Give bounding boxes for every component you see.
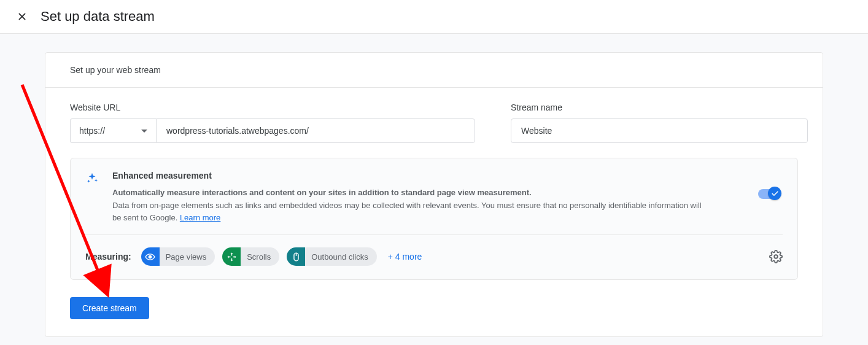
protocol-value: https://	[79, 126, 105, 136]
svg-point-5	[774, 255, 778, 258]
svg-point-2	[149, 255, 152, 258]
enhanced-toggle[interactable]	[758, 189, 780, 199]
toggle-wrap	[758, 171, 783, 223]
chip-scrolls: Scrolls	[222, 247, 279, 266]
form-row: Website URL https:// Stream name	[70, 103, 798, 143]
url-combo: https://	[70, 118, 475, 143]
chip-scrolls-label: Scrolls	[241, 247, 279, 266]
website-url-group: Website URL https://	[70, 103, 475, 143]
close-icon[interactable]	[15, 9, 29, 24]
create-stream-button[interactable]: Create stream	[70, 297, 149, 319]
chip-outbound: Outbound clicks	[287, 247, 377, 266]
stream-name-group: Stream name	[511, 103, 808, 143]
website-url-input[interactable]	[156, 118, 475, 143]
check-icon	[768, 187, 781, 200]
page-surface: Set up your web stream Website URL https…	[0, 34, 868, 345]
setup-card: Set up your web stream Website URL https…	[45, 52, 823, 337]
scroll-icon	[222, 247, 241, 266]
chevron-down-icon	[141, 130, 147, 133]
enhanced-bold-line: Automatically measure interactions and c…	[112, 188, 709, 197]
more-measurements-link[interactable]: + 4 more	[388, 252, 422, 262]
enhanced-top: Enhanced measurement Automatically measu…	[85, 171, 783, 235]
stream-name-label: Stream name	[511, 103, 808, 112]
chip-page-views-label: Page views	[160, 247, 215, 266]
protocol-select[interactable]: https://	[70, 118, 156, 143]
card-section-title: Set up your web stream	[45, 53, 823, 88]
learn-more-link[interactable]: Learn more	[180, 213, 220, 222]
enhanced-text: Enhanced measurement Automatically measu…	[112, 171, 746, 223]
measuring-label: Measuring:	[85, 252, 131, 262]
top-bar: Set up data stream	[0, 0, 868, 34]
gear-icon[interactable]	[769, 250, 783, 263]
website-url-label: Website URL	[70, 103, 475, 112]
card-body: Website URL https:// Stream name	[45, 88, 823, 336]
page-title: Set up data stream	[41, 9, 155, 25]
sparkle-icon	[85, 171, 100, 223]
measuring-row: Measuring: Page views Scrolls	[85, 235, 783, 266]
mouse-icon	[287, 247, 305, 266]
chip-outbound-label: Outbound clicks	[305, 247, 377, 266]
stream-name-input[interactable]	[511, 118, 808, 143]
eye-icon	[141, 247, 160, 266]
enhanced-measurement-panel: Enhanced measurement Automatically measu…	[70, 158, 798, 280]
enhanced-title: Enhanced measurement	[112, 171, 709, 180]
enhanced-desc: Data from on-page elements such as links…	[112, 200, 709, 223]
chip-page-views: Page views	[141, 247, 215, 266]
